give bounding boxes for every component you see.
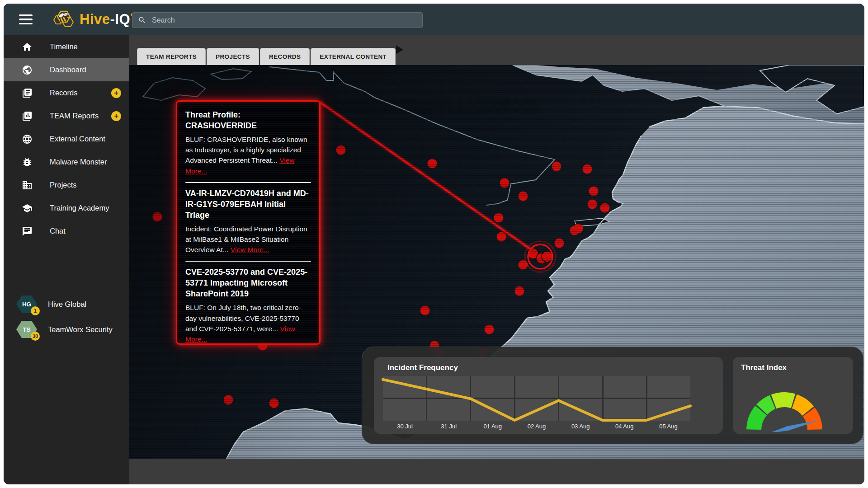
sidebar: Timeline Dashboard Records + TEAM Report… — [4, 35, 129, 484]
tab-external-content[interactable]: EXTERNAL CONTENT — [311, 48, 396, 65]
x-tick: 01 Aug — [471, 423, 514, 430]
add-team-report-button[interactable]: + — [111, 111, 121, 121]
tab-team-reports[interactable]: TEAM REPORTS — [137, 48, 206, 65]
globe-wire-icon — [22, 134, 33, 145]
threat-dot[interactable] — [428, 159, 437, 169]
app-window: Hive-IQ Timeline Dashboard Records + — [4, 4, 864, 484]
threat-dot[interactable] — [552, 162, 561, 171]
sidebar-item-training-academy[interactable]: Training Academy — [4, 197, 129, 220]
threat-item: Threat Profile: CRASHOVERRIDE BLUF: CRAS… — [185, 104, 311, 182]
threat-dot[interactable] — [485, 325, 494, 334]
threat-item: CVE-2025-53770 and CVE-2025-53771 Impact… — [185, 262, 311, 345]
team-count-badge: 30 — [31, 332, 40, 341]
records-icon — [22, 88, 33, 99]
x-tick: 03 Aug — [559, 423, 603, 430]
bug-icon — [22, 157, 33, 168]
sidebar-item-label: Chat — [50, 227, 66, 235]
sidebar-item-label: Records — [50, 89, 77, 97]
threat-dot[interactable] — [589, 187, 599, 196]
bee-hive-icon — [52, 9, 76, 29]
incident-x-axis-labels: 30 Jul 31 Jul 01 Aug 02 Aug 03 Aug 04 Au… — [383, 423, 690, 430]
play-icon[interactable] — [396, 45, 403, 54]
incident-frequency-title: Incident Frequency — [387, 363, 458, 372]
threat-dot[interactable] — [153, 212, 162, 222]
threat-alert-panel: Threat Profile: CRASHOVERRIDE BLUF: CRAS… — [176, 100, 321, 345]
globe-icon — [22, 65, 33, 75]
team-hive-global[interactable]: HG 1 Hive Global — [4, 291, 129, 317]
tab-records[interactable]: RECORDS — [260, 48, 310, 65]
report-chart-icon — [22, 111, 33, 122]
threat-dot[interactable] — [336, 145, 346, 155]
incident-frequency-panel: Incident Frequency 30 Jul 31 Jul 01 Aug … — [374, 357, 723, 434]
graduation-cap-icon — [22, 203, 33, 214]
threat-dot[interactable] — [555, 239, 564, 248]
threat-dot[interactable] — [600, 203, 610, 213]
x-tick: 31 Jul — [427, 423, 471, 430]
threat-dot[interactable] — [269, 399, 279, 408]
top-bar: Hive-IQ — [4, 4, 864, 35]
chat-icon — [22, 226, 33, 237]
threat-dot[interactable] — [588, 200, 597, 209]
home-icon — [22, 42, 33, 52]
threat-dot[interactable] — [420, 306, 430, 315]
search-bar — [132, 12, 423, 28]
building-icon — [22, 180, 33, 191]
threat-dot[interactable] — [494, 213, 504, 223]
sidebar-item-label: Projects — [50, 181, 77, 189]
sidebar-item-label: TEAM Reports — [50, 112, 99, 120]
threat-body: BLUF: On July 18th, two critical zero-da… — [185, 302, 311, 344]
app-logo: Hive-IQ — [52, 9, 134, 29]
sidebar-item-label: Malware Monster — [50, 158, 107, 166]
team-label: TeamWorx Security — [48, 325, 113, 334]
search-input[interactable] — [151, 16, 422, 25]
brand-iq: -IQ — [110, 11, 130, 28]
team-label: Hive Global — [48, 300, 86, 309]
team-count-badge: 1 — [31, 306, 40, 315]
threat-dot[interactable] — [519, 192, 528, 201]
sidebar-item-timeline[interactable]: Timeline — [4, 35, 129, 58]
gauge-segment — [771, 392, 796, 408]
threat-title: VA-IR-LMZV-CD70419H and MD-IR-G1YS-079EF… — [185, 188, 311, 221]
incident-line-chart — [383, 374, 690, 422]
x-tick: 02 Aug — [514, 423, 558, 430]
search-icon — [138, 16, 146, 24]
tab-projects[interactable]: PROJECTS — [207, 48, 259, 65]
view-more-link[interactable]: View More... — [231, 246, 269, 253]
x-tick: 05 Aug — [646, 423, 690, 430]
threat-index-title: Threat Index — [741, 363, 787, 372]
threat-item: VA-IR-LMZV-CD70419H and MD-IR-G1YS-079EF… — [185, 183, 311, 261]
sidebar-item-external-content[interactable]: External Content — [4, 127, 129, 150]
sidebar-item-label: Timeline — [50, 42, 78, 51]
threat-dot[interactable] — [583, 164, 592, 174]
threat-dot[interactable] — [224, 395, 233, 405]
threat-body: Incident: Coordinated Power Disruption a… — [185, 224, 311, 255]
threat-index-panel: Threat Index — [733, 357, 853, 434]
sidebar-item-dashboard[interactable]: Dashboard — [4, 58, 129, 81]
sidebar-item-records[interactable]: Records + — [4, 81, 129, 104]
sidebar-item-projects[interactable]: Projects — [4, 174, 129, 197]
hamburger-menu-icon[interactable] — [19, 14, 33, 24]
team-teamworx-security[interactable]: TS 30 TeamWorx Security — [4, 317, 129, 342]
sidebar-item-label: External Content — [50, 135, 105, 143]
brand-name: Hive-IQ — [80, 11, 134, 28]
brand-hive: Hive — [80, 11, 110, 28]
threat-dot[interactable] — [570, 226, 580, 235]
threat-body: BLUF: CRASHOVERRIDE, also known as Indus… — [185, 134, 311, 176]
sidebar-item-team-reports[interactable]: TEAM Reports + — [4, 104, 129, 127]
sidebar-item-label: Training Academy — [50, 204, 109, 212]
threat-dot[interactable] — [497, 232, 506, 242]
threat-dot[interactable] — [515, 286, 524, 296]
tab-bar: TEAM REPORTS PROJECTS RECORDS EXTERNAL C… — [129, 35, 864, 65]
sidebar-item-chat[interactable]: Chat — [4, 220, 129, 243]
threat-dot-cluster[interactable] — [542, 251, 552, 262]
sidebar-item-label: Dashboard — [50, 66, 86, 74]
sidebar-teams-section: HG 1 Hive Global TS 30 TeamWorx Security — [4, 285, 129, 342]
main-content: TEAM REPORTS PROJECTS RECORDS EXTERNAL C… — [129, 35, 864, 484]
threat-dot[interactable] — [500, 178, 509, 188]
x-tick: 30 Jul — [383, 423, 427, 430]
add-record-button[interactable]: + — [111, 88, 121, 98]
charts-overlay-container: Incident Frequency 30 Jul 31 Jul 01 Aug … — [362, 347, 863, 444]
threat-title: Threat Profile: CRASHOVERRIDE — [185, 110, 311, 131]
threat-title: CVE-2025-53770 and CVE-2025-53771 Impact… — [185, 267, 311, 300]
sidebar-item-malware-monster[interactable]: Malware Monster — [4, 150, 129, 174]
